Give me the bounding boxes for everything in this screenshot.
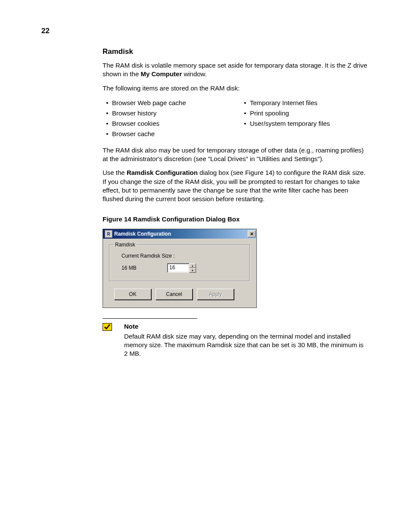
para1-post: window. bbox=[182, 70, 207, 78]
chevron-up-icon: ▲ bbox=[191, 264, 194, 267]
list-item: •Temporary Internet files bbox=[240, 98, 361, 108]
paragraph-2: The following items are stored on the RA… bbox=[103, 84, 368, 93]
bullet-icon: • bbox=[240, 98, 250, 108]
ramdisk-groupbox: Ramdisk Current Ramdisk Size : 16 MB 16 … bbox=[109, 245, 250, 282]
bullet-icon: • bbox=[103, 118, 112, 129]
size-row: 16 MB 16 ▲ ▼ bbox=[121, 263, 243, 273]
chevron-down-icon: ▼ bbox=[191, 269, 194, 272]
size-spinbox: 16 ▲ ▼ bbox=[167, 263, 196, 273]
note-body: Note Default RAM disk size may vary, dep… bbox=[124, 322, 368, 358]
spin-up-button[interactable]: ▲ bbox=[189, 263, 196, 268]
note-separator bbox=[103, 318, 197, 319]
dialog-app-icon: R bbox=[105, 230, 112, 238]
para1-bold: My Computer bbox=[140, 70, 182, 78]
paragraph-1: The RAM disk is volatile memory space se… bbox=[103, 61, 368, 79]
bullet-text: Print spooling bbox=[250, 108, 289, 118]
paragraph-3: The RAM disk also may be used for tempor… bbox=[103, 146, 368, 164]
bullet-columns: •Browser Web page cache •Browser history… bbox=[103, 98, 368, 139]
note-icon bbox=[103, 323, 112, 331]
content-area: Ramdisk The RAM disk is volatile memory … bbox=[103, 47, 368, 358]
bullet-text: Browser history bbox=[112, 108, 156, 118]
size-label: Current Ramdisk Size : bbox=[121, 253, 243, 259]
bullet-col-left: •Browser Web page cache •Browser history… bbox=[103, 98, 223, 139]
bullet-text: Browser cookies bbox=[112, 118, 159, 129]
paragraph-4: Use the Ramdisk Configuration dialog box… bbox=[103, 168, 368, 203]
page-number: 22 bbox=[41, 27, 50, 35]
list-item: •Browser cache bbox=[103, 129, 223, 139]
close-button[interactable]: ✕ bbox=[248, 230, 255, 237]
list-item: •Browser cookies bbox=[103, 118, 223, 129]
bullet-text: Browser cache bbox=[112, 129, 155, 139]
dialog-title: Ramdisk Configuration bbox=[114, 231, 248, 237]
size-input[interactable]: 16 bbox=[167, 263, 190, 273]
bullet-col-right: •Temporary Internet files •Print spoolin… bbox=[240, 98, 361, 139]
bullet-icon: • bbox=[103, 129, 112, 139]
bullet-text: User/system temporary files bbox=[250, 118, 330, 129]
list-item: •Print spooling bbox=[240, 108, 361, 118]
dialog-button-row: OK Cancel Apply bbox=[109, 289, 250, 300]
size-display: 16 MB bbox=[121, 265, 165, 271]
figure-caption: Figure 14 Ramdisk Configuration Dialog B… bbox=[103, 215, 368, 223]
bullet-icon: • bbox=[240, 108, 250, 118]
para4-pre: Use the bbox=[103, 169, 127, 176]
dialog-body: Ramdisk Current Ramdisk Size : 16 MB 16 … bbox=[103, 239, 256, 308]
ramdisk-dialog: R Ramdisk Configuration ✕ Ramdisk Curren… bbox=[103, 229, 257, 308]
groupbox-legend: Ramdisk bbox=[114, 242, 137, 248]
cancel-button[interactable]: Cancel bbox=[156, 289, 193, 300]
note-text: Default RAM disk size may vary, dependin… bbox=[124, 332, 368, 358]
list-item: •Browser history bbox=[103, 108, 223, 118]
bullet-icon: • bbox=[103, 98, 112, 108]
bullet-text: Temporary Internet files bbox=[250, 98, 318, 108]
spin-buttons: ▲ ▼ bbox=[189, 263, 196, 273]
note-block: Note Default RAM disk size may vary, dep… bbox=[103, 322, 368, 358]
note-label: Note bbox=[124, 322, 368, 331]
ok-button[interactable]: OK bbox=[114, 289, 151, 300]
para4-bold: Ramdisk Configuration bbox=[127, 169, 198, 176]
page: 22 Ramdisk The RAM disk is volatile memo… bbox=[0, 0, 411, 532]
section-title: Ramdisk bbox=[103, 47, 368, 56]
list-item: •Browser Web page cache bbox=[103, 98, 223, 108]
bullet-icon: • bbox=[240, 118, 250, 129]
close-icon: ✕ bbox=[250, 232, 254, 236]
bullet-icon: • bbox=[103, 108, 112, 118]
apply-button[interactable]: Apply bbox=[197, 289, 234, 300]
dialog-titlebar: R Ramdisk Configuration ✕ bbox=[103, 229, 256, 239]
list-item: •User/system temporary files bbox=[240, 118, 361, 129]
spin-down-button[interactable]: ▼ bbox=[189, 268, 196, 273]
bullet-text: Browser Web page cache bbox=[112, 98, 186, 108]
